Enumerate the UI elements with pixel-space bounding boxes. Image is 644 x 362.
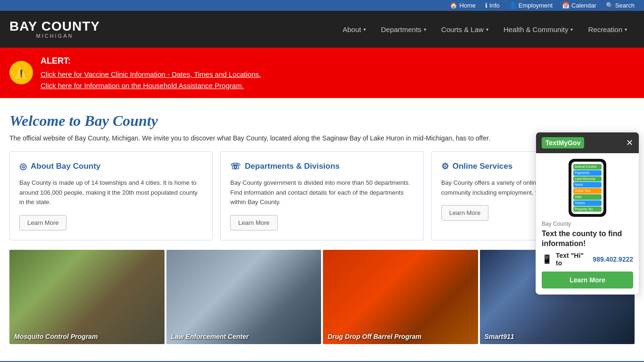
chevron-down-icon: ▾ <box>570 27 573 32</box>
chevron-down-icon: ▾ <box>363 27 366 32</box>
popup-sub: Text "Hi" to <box>556 252 589 267</box>
nav-item-departments[interactable]: Departments ▾ <box>373 12 434 47</box>
photo-law-enforcement[interactable]: Law Enforcement Center <box>166 250 322 344</box>
info-icon: ℹ <box>485 2 487 9</box>
learn-more-online-services[interactable]: Learn More <box>441 205 488 221</box>
card-departments: ☏ Departments & Divisions Bay County gov… <box>220 151 423 240</box>
calendar-icon: 📅 <box>562 2 570 9</box>
calendar-link[interactable]: 📅 Calendar <box>562 2 596 9</box>
photo-caption-law: Law Enforcement Center <box>171 333 249 340</box>
popup-phone-row: 📱 Text "Hi" to 989.402.9222 <box>542 252 633 267</box>
alert-title: ALERT: <box>41 54 261 68</box>
welcome-title: Welcome to Bay County <box>9 112 635 130</box>
textmygov-brand: TextMyGov <box>542 137 584 148</box>
home-icon: 🏠 <box>450 2 457 9</box>
photo-mosquito[interactable]: Mosquito Control Program <box>9 250 165 344</box>
welcome-description: The official website of Bay County, Mich… <box>9 134 528 142</box>
popup-headline: Text the county to find information! <box>542 229 633 249</box>
alert-link-1[interactable]: Click here for Vaccine Clinic Informatio… <box>41 70 261 78</box>
tag-animal-control: Animal Control <box>573 164 602 170</box>
popup-learn-more-button[interactable]: Learn More <box>542 272 633 288</box>
learn-more-about[interactable]: Learn More <box>19 215 66 230</box>
employment-link[interactable]: 👤 Employment <box>509 2 553 9</box>
nav-label-courts: Courts & Law <box>441 25 484 33</box>
phone-mockup: Animal Control Payments Land Records New… <box>569 159 606 217</box>
tag-payments: Payments <box>573 170 602 176</box>
tag-jobs: Jobs <box>573 194 602 200</box>
alert-text: ALERT: Click here for Vaccine Clinic Inf… <box>41 54 261 91</box>
photo-placeholder-mosquito: Mosquito Control Program <box>9 250 165 344</box>
tag-property-tax: Property Tax <box>573 206 602 212</box>
photo-caption-drug: Drug Drop Off Barrel Program <box>328 333 421 340</box>
home-link[interactable]: 🏠 Home <box>450 2 476 9</box>
photo-placeholder-drug: Drug Drop Off Barrel Program <box>323 250 478 344</box>
alert-bar[interactable]: ⚠️ ALERT: Click here for Vaccine Clinic … <box>0 48 644 98</box>
textmygov-popup: TextMyGov ✕ Animal Control Payments Land… <box>536 132 639 295</box>
calendar-label: Calendar <box>571 2 596 9</box>
info-label: Info <box>489 2 500 9</box>
card-body-about: Bay County is made up of 14 townships an… <box>19 178 203 207</box>
photo-placeholder-law: Law Enforcement Center <box>166 250 322 344</box>
search-link[interactable]: 🔍 Search <box>606 2 635 9</box>
nav-label-departments: Departments <box>381 25 421 33</box>
learn-more-departments[interactable]: Learn More <box>230 215 277 230</box>
close-icon[interactable]: ✕ <box>626 139 633 147</box>
photo-drug-drop[interactable]: Drug Drop Off Barrel Program <box>323 250 478 344</box>
phone-icon: ☏ <box>230 161 241 172</box>
logo-sub: MICHIGAN <box>36 33 74 39</box>
nav-item-recreation[interactable]: Recreation ▾ <box>580 12 635 47</box>
search-icon: 🔍 <box>606 2 613 9</box>
employment-label: Employment <box>519 2 553 9</box>
alert-icon: ⚠️ <box>9 61 33 84</box>
popup-body: Animal Control Payments Land Records New… <box>536 153 639 294</box>
card-title-departments: ☏ Departments & Divisions <box>230 161 413 172</box>
nav-label-about: About <box>343 25 361 33</box>
logo[interactable]: BAY COUNTY MICHIGAN <box>9 20 100 39</box>
photo-caption-mosquito: Mosquito Control Program <box>14 333 98 340</box>
popup-phone-number: 989.402.9222 <box>593 255 633 263</box>
chevron-down-icon: ▾ <box>424 27 426 32</box>
popup-county: Bay County <box>542 221 633 227</box>
nav-label-health: Health & Community <box>504 25 569 33</box>
tag-crime-tips: Crime Tips <box>573 188 602 194</box>
card-body-departments: Bay County government is divided into mo… <box>230 178 413 207</box>
chevron-down-icon: ▾ <box>625 27 627 32</box>
search-label: Search <box>615 2 635 9</box>
info-link[interactable]: ℹ Info <box>485 2 500 9</box>
logo-name: BAY COUNTY <box>9 20 100 33</box>
nav-item-health[interactable]: Health & Community ▾ <box>496 12 581 47</box>
top-bar: 🏠 Home ℹ Info 👤 Employment 📅 Calendar 🔍 … <box>0 0 644 11</box>
nav-label-recreation: Recreation <box>588 25 622 33</box>
employment-icon: 👤 <box>509 2 517 9</box>
chevron-down-icon: ▾ <box>486 27 488 32</box>
alert-link-2[interactable]: Click here for Information on the Househ… <box>41 82 244 90</box>
nav-item-courts[interactable]: Courts & Law ▾ <box>434 12 496 47</box>
compass-icon: ◎ <box>19 161 27 172</box>
phone-icon: 📱 <box>542 254 552 264</box>
nav-bar: BAY COUNTY MICHIGAN About ▾ Departments … <box>0 11 644 48</box>
card-title-about: ◎ About Bay County <box>19 161 203 172</box>
card-about: ◎ About Bay County Bay County is made up… <box>9 151 213 240</box>
gear-icon: ⚙ <box>441 161 449 172</box>
tag-tickets: Tickets <box>573 200 602 206</box>
nav-item-about[interactable]: About ▾ <box>335 12 373 47</box>
home-label: Home <box>459 2 476 9</box>
phone-screen: Animal Control Payments Land Records New… <box>571 162 603 214</box>
main-nav: About ▾ Departments ▾ Courts & Law ▾ Hea… <box>119 12 635 47</box>
tag-land-records: Land Records <box>573 176 602 182</box>
popup-header: TextMyGov ✕ <box>536 132 639 153</box>
photo-caption-smart: Smart911 <box>485 333 514 340</box>
tag-news: News <box>573 182 602 188</box>
